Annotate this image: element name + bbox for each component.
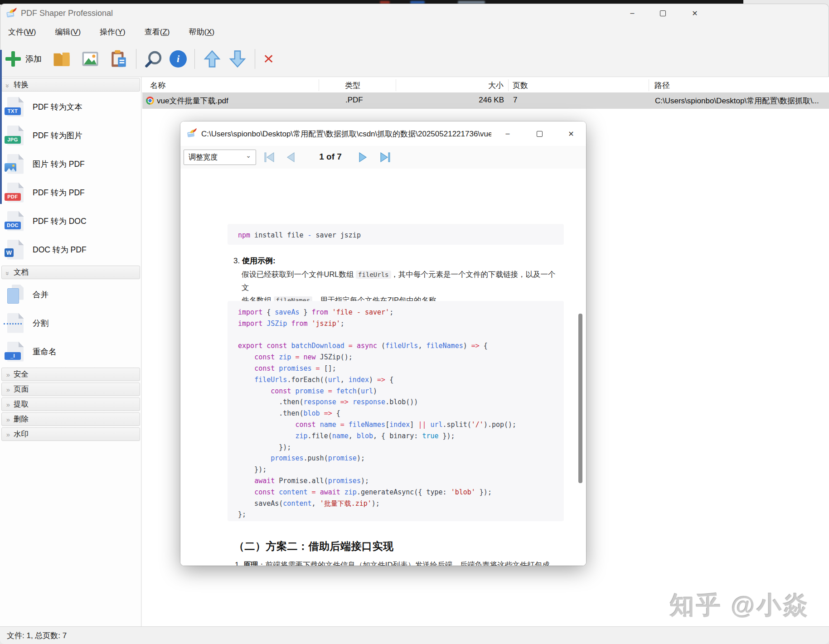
section-label: 水印 (14, 429, 29, 439)
sidebar-section-delete[interactable]: »删除 (1, 412, 140, 426)
previous-page-button[interactable] (284, 151, 297, 164)
doc-heading2: （二）方案二：借助后端接口实现 (234, 539, 394, 553)
word-page-icon: W (7, 240, 24, 260)
preview-logo-icon (187, 128, 198, 139)
sidebar-item-label: PDF 转为图片 (33, 130, 82, 141)
jpg-page-icon: JPG (7, 126, 24, 145)
move-down-button[interactable] (228, 46, 247, 72)
sidebar-item-label: 重命名 (33, 346, 57, 357)
remove-button[interactable]: ✕ (263, 46, 274, 72)
close-button[interactable]: ✕ (684, 5, 705, 21)
info-icon: i (170, 50, 187, 68)
list-item: 1. 原理：前端将需要下载的文件信息（如文件ID列表）发送给后端，后端负责将这些… (235, 559, 552, 566)
chevron-expanded-icon: » (4, 267, 12, 279)
add-label: 添加 (25, 53, 42, 64)
toolbar-separator (136, 49, 136, 69)
inline-code: fileUrls (356, 271, 391, 279)
last-page-button[interactable] (378, 151, 392, 164)
search-button[interactable] (144, 46, 163, 72)
section-label: 转换 (14, 80, 29, 90)
preview-close-button[interactable]: ✕ (562, 126, 580, 141)
i-page-icon: _I (7, 342, 24, 362)
add-image-button[interactable] (81, 46, 100, 72)
menubar: 文件(W)编辑(V)操作(Y)查看(Z)帮助(X) (0, 23, 228, 41)
arrow-down-icon (228, 49, 247, 68)
menu-item-file[interactable]: 文件(W) (3, 24, 41, 40)
doc-list2: 1. 原理：前端将需要下载的文件信息（如文件ID列表）发送给后端，后端负责将这些… (235, 559, 552, 566)
info-button[interactable]: i (170, 46, 187, 72)
next-page-button[interactable] (356, 151, 370, 164)
preview-titlebar: C:\Users\spionbo\Desktop\常用配置\数据抓取\csdn\… (180, 121, 586, 146)
sidebar-section-document[interactable]: »文档 (1, 266, 140, 279)
sidebar-item-pdf-to-pdf[interactable]: PDFPDF 转为 PDF (0, 178, 141, 207)
delete-x-icon: ✕ (263, 52, 274, 65)
clipboard-icon (109, 49, 128, 68)
plus-icon (5, 51, 21, 67)
app-title: PDF Shaper Professional (21, 9, 113, 18)
chevron-collapsed-icon: » (2, 401, 14, 408)
sidebar-item-split[interactable]: 分割 (0, 309, 141, 337)
page-indicator: 1 of 7 (311, 152, 350, 162)
sidebar-item-label: PDF 转为文本 (33, 102, 82, 112)
preview-maximize-button[interactable] (530, 126, 548, 141)
maximize-button[interactable] (652, 5, 673, 21)
column-divider (319, 79, 319, 91)
zoom-mode-select[interactable]: 调整宽度 ⌄ (184, 150, 256, 165)
move-up-button[interactable] (203, 46, 222, 72)
code-block-install: npm install file - saver jszip (228, 224, 564, 245)
add-button[interactable]: 添加 (5, 46, 42, 72)
sidebar-item-label: PDF 转为 DOC (33, 216, 87, 227)
column-header-0[interactable]: 名称 (150, 80, 165, 91)
menu-item-help[interactable]: 帮助(X) (184, 24, 220, 40)
preview-minimize-button[interactable]: – (499, 126, 517, 141)
sidebar-section-convert[interactable]: »转换 (1, 78, 140, 92)
sidebar-section-watermark[interactable]: »水印 (1, 427, 140, 441)
cell-path: C:\Users\spionbo\Desktop\常用配置\数据抓取\... (655, 96, 827, 106)
minimize-button[interactable]: – (622, 5, 643, 21)
column-header-1[interactable]: 类型 (345, 80, 360, 91)
table-row-selected[interactable]: vue文件批量下载.pdf.PDF246 KB7C:\Users\spionbo… (142, 92, 829, 109)
maximize-icon (660, 10, 666, 16)
preview-title: C:\Users\spionbo\Desktop\常用配置\数据抓取\csdn\… (201, 129, 491, 139)
cell-pages: 7 (513, 96, 517, 105)
sidebar-item-pdf-to-text[interactable]: TXTPDF 转为文本 (0, 92, 141, 121)
menu-item-view[interactable]: 查看(Z) (139, 24, 175, 40)
section-label: 文档 (14, 267, 29, 277)
sidebar-item-label: PDF 转为 PDF (33, 187, 85, 198)
sidebar-section-extract[interactable]: »提取 (1, 397, 140, 411)
sidebar-section-pages[interactable]: »页面 (1, 383, 140, 396)
section-label: 提取 (14, 399, 29, 409)
split-page-icon (7, 313, 24, 333)
column-divider (649, 79, 649, 91)
column-header-2[interactable]: 大小 (396, 80, 504, 91)
sidebar-item-rename[interactable]: _I重命名 (0, 337, 141, 366)
column-divider (396, 79, 396, 91)
zoom-mode-value: 调整宽度 (189, 153, 218, 162)
chevron-down-icon: ⌄ (246, 152, 251, 159)
menu-item-edit[interactable]: 编辑(V) (49, 24, 86, 40)
sidebar-item-merge[interactable]: 合并 (0, 280, 141, 309)
menu-item-actions[interactable]: 操作(Y) (94, 24, 131, 40)
preview-window: C:\Users\spionbo\Desktop\常用配置\数据抓取\csdn\… (180, 121, 586, 566)
chrome-file-icon (146, 97, 154, 105)
image-icon (81, 49, 100, 68)
chevron-expanded-icon: » (4, 79, 12, 91)
cell-size: 246 KB (396, 96, 504, 105)
preview-scrollbar-thumb[interactable] (578, 314, 582, 483)
section-label: 删除 (14, 414, 29, 424)
statusbar: 文件: 1, 总页数: 7 (0, 626, 829, 644)
sidebar-item-pdf-to-doc[interactable]: DOCPDF 转为 DOC (0, 207, 141, 235)
watermark-text: 知乎 @小焱 (670, 589, 810, 622)
first-page-button[interactable] (263, 151, 276, 164)
paste-button[interactable] (109, 46, 128, 72)
sidebar-item-label: 分割 (33, 318, 48, 329)
open-folder-button[interactable] (52, 46, 71, 72)
column-header-3[interactable]: 页数 (513, 80, 528, 91)
sidebar-item-image-to-pdf[interactable]: 图片 转为 PDF (0, 150, 141, 178)
column-divider (508, 79, 509, 91)
sidebar-item-doc-to-pdf[interactable]: WDOC 转为 PDF (0, 235, 141, 264)
toolbar-separator (194, 49, 195, 69)
sidebar-item-pdf-to-image[interactable]: JPGPDF 转为图片 (0, 121, 141, 150)
column-header-4[interactable]: 路径 (654, 80, 670, 91)
sidebar-section-security[interactable]: »安全 (1, 368, 140, 381)
